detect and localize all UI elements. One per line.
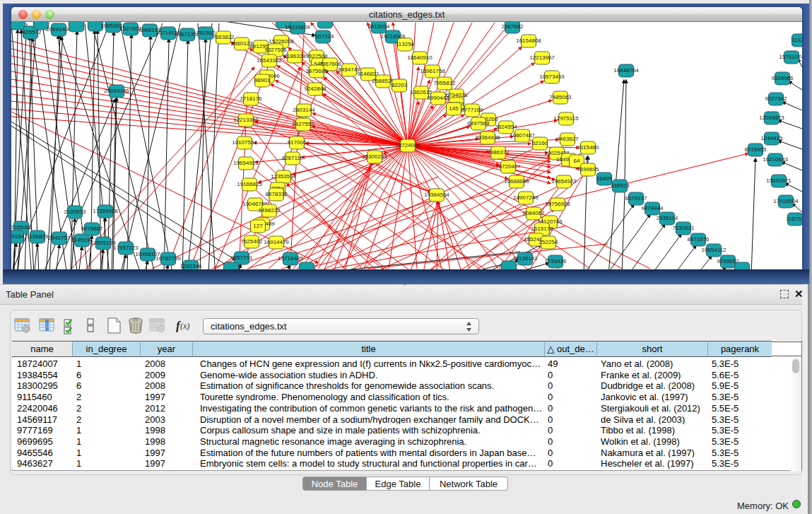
svg-text:18724007: 18724007 [395, 142, 420, 148]
svg-text:1145194: 1145194 [71, 237, 93, 243]
svg-text:917006: 917006 [288, 139, 307, 146]
svg-text:9975887: 9975887 [81, 226, 103, 232]
svg-text:127: 127 [253, 223, 263, 229]
svg-text:11123: 11123 [792, 37, 802, 43]
svg-text:20364436: 20364436 [475, 134, 500, 141]
svg-text:14136141: 14136141 [512, 255, 538, 262]
svg-text:64: 64 [574, 158, 580, 164]
svg-text:1292346: 1292346 [180, 263, 202, 269]
svg-text:7485063: 7485063 [549, 94, 572, 100]
svg-text:2387682: 2387682 [501, 23, 524, 30]
svg-text:62160: 62160 [532, 140, 548, 146]
svg-text:9227342: 9227342 [765, 95, 787, 102]
svg-text:8878332: 8878332 [265, 191, 288, 197]
svg-text:10654112: 10654112 [702, 247, 727, 253]
svg-text:9699695: 9699695 [577, 166, 599, 173]
svg-text:1156829: 1156829 [27, 233, 49, 240]
svg-text:16914479: 16914479 [264, 239, 289, 245]
svg-text:9084067: 9084067 [522, 210, 545, 216]
svg-text:12213967: 12213967 [529, 54, 555, 61]
svg-text:7632621: 7632621 [672, 225, 695, 231]
svg-text:1244415: 1244415 [760, 135, 783, 141]
svg-text:16210643: 16210643 [763, 156, 788, 163]
svg-text:2803144: 2803144 [293, 107, 315, 113]
svg-text:16154808: 16154808 [516, 37, 541, 44]
svg-text:8186328: 8186328 [283, 53, 306, 59]
svg-text:15751074: 15751074 [779, 54, 802, 60]
svg-text:938923: 938923 [611, 182, 630, 189]
svg-text:9115460: 9115460 [577, 144, 599, 151]
svg-text:9463627: 9463627 [556, 136, 579, 142]
svg-text:252254: 252254 [539, 239, 558, 245]
svg-text:98901: 98901 [254, 77, 271, 83]
svg-text:20691406: 20691406 [46, 26, 71, 33]
svg-text:17016504: 17016504 [773, 198, 799, 204]
svg-text:7955812: 7955812 [433, 80, 456, 86]
svg-text:7986372: 7986372 [487, 149, 510, 156]
svg-text:10688609: 10688609 [504, 178, 529, 185]
svg-text:145: 145 [449, 105, 459, 112]
svg-text:9327506: 9327506 [264, 47, 287, 53]
svg-text:8813054: 8813054 [367, 23, 390, 30]
svg-text:15692971: 15692971 [766, 177, 792, 184]
svg-text:8471676: 8471676 [687, 236, 710, 243]
svg-text:9474444: 9474444 [641, 205, 664, 211]
svg-text:82203: 82203 [392, 82, 408, 88]
svg-text:3824554: 3824554 [495, 124, 517, 130]
svg-text:39154: 39154 [11, 233, 25, 240]
svg-text:8215955: 8215955 [744, 146, 767, 153]
svg-text:15300293: 15300293 [362, 153, 387, 160]
svg-text:8427552: 8427552 [292, 121, 314, 127]
svg-text:18907249: 18907249 [513, 194, 539, 201]
svg-text:7357224: 7357224 [312, 33, 334, 40]
svg-text:12093873: 12093873 [759, 115, 784, 121]
svg-text:19756928: 19756928 [545, 201, 570, 207]
svg-text:16543362: 16543362 [257, 57, 282, 64]
svg-text:19384554: 19384554 [424, 192, 449, 198]
svg-text:10973493: 10973493 [539, 74, 565, 80]
svg-text:6794028: 6794028 [445, 92, 468, 98]
svg-text:9777169: 9777169 [461, 107, 483, 113]
svg-text:9329966: 9329966 [771, 75, 794, 81]
svg-text:1733426: 1733426 [544, 258, 567, 264]
svg-text:1498222: 1498222 [258, 207, 281, 214]
svg-text:2718176: 2718176 [240, 95, 262, 102]
svg-text:16033809: 16033809 [285, 24, 310, 30]
svg-text:16782759: 16782759 [155, 255, 181, 262]
svg-text:2020653: 2020653 [64, 209, 86, 215]
svg-text:19166825: 19166825 [237, 181, 262, 187]
svg-text:12975115: 12975115 [554, 115, 579, 122]
svg-text:8267110: 8267110 [282, 155, 304, 161]
svg-text:15720407: 15720407 [495, 163, 521, 170]
svg-text:113254: 113254 [396, 41, 415, 47]
svg-text:6497568: 6497568 [467, 120, 490, 127]
svg-text:7663822: 7663822 [212, 34, 235, 40]
svg-text:16961758: 16961758 [420, 68, 445, 74]
svg-text:12505135: 12505135 [90, 240, 116, 246]
svg-text:9242848: 9242848 [304, 86, 326, 92]
svg-text:10807487: 10807487 [510, 132, 535, 139]
svg-text:(x): (x) [180, 321, 189, 331]
svg-text:12213369: 12213369 [233, 117, 259, 123]
svg-text:1615172: 1615172 [531, 226, 553, 232]
svg-text:17957223: 17957223 [113, 245, 139, 251]
svg-text:3875685: 3875685 [305, 68, 328, 74]
svg-text:6579197: 6579197 [625, 195, 647, 201]
svg-text:12353594: 12353594 [271, 173, 296, 180]
svg-text:18640910: 18640910 [407, 54, 433, 61]
svg-text:16409: 16409 [596, 175, 613, 182]
svg-text:15716485: 15716485 [278, 255, 303, 262]
svg-text:15226058: 15226058 [269, 38, 294, 45]
svg-text:10107554: 10107554 [232, 139, 257, 146]
svg-text:16648764: 16648764 [613, 67, 639, 74]
svg-text:9857791: 9857791 [230, 255, 253, 261]
svg-text:19654923: 19654923 [551, 178, 577, 185]
svg-text:19654923: 19654923 [233, 160, 259, 166]
svg-text:2035061: 2035061 [11, 224, 33, 230]
svg-text:20053346: 20053346 [104, 88, 129, 94]
svg-text:7625402: 7625402 [240, 238, 263, 245]
svg-text:2935114: 2935114 [657, 215, 678, 221]
svg-text:2942757: 2942757 [48, 235, 71, 241]
svg-text:17359928: 17359928 [93, 208, 118, 214]
svg-text:116753: 116753 [786, 216, 802, 222]
